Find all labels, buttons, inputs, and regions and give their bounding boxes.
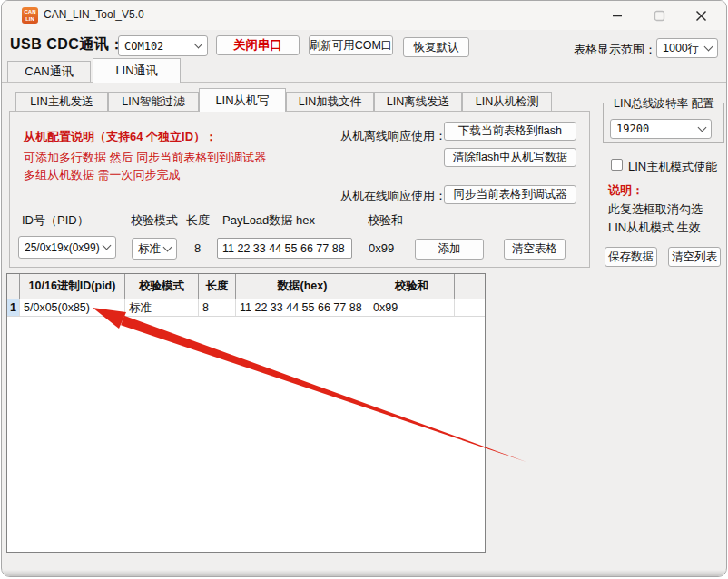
baud-rate-select[interactable]: 19200 <box>610 119 712 139</box>
id-pid-label: ID号（PID） <box>22 212 89 229</box>
com-port-value: COM102 <box>124 40 163 53</box>
tab-lin-slave-detect[interactable]: LIN从机检测 <box>462 92 552 112</box>
table-header-row: 10/16进制ID(pid) 校验模式 长度 数据(hex) 校验和 <box>7 274 485 299</box>
download-table-to-flash-button[interactable]: 下载当前表格到flash <box>444 122 576 141</box>
chevron-down-icon <box>704 42 713 51</box>
minimize-button[interactable] <box>597 1 637 30</box>
check-mode-value: 标准 <box>138 241 161 257</box>
tab-lin-master-send[interactable]: LIN主机发送 <box>15 92 108 112</box>
checksum-label: 校验和 <box>368 212 403 229</box>
usb-cdc-label: USB CDC通讯： <box>10 35 124 54</box>
clear-table-button[interactable]: 清空表格 <box>504 239 566 260</box>
app-icon-text-top: CAN <box>22 8 38 15</box>
tab-lin-load-file[interactable]: LIN加载文件 <box>286 92 374 112</box>
checksum-value: 0x99 <box>369 241 394 255</box>
payload-input[interactable]: 11 22 33 44 55 66 77 88 <box>217 238 352 259</box>
row-number-header <box>7 274 20 299</box>
baud-rate-value: 19200 <box>616 123 649 135</box>
baud-rate-group-title: LIN总线波特率 配置 <box>611 96 716 112</box>
col-header-length: 长度 <box>199 274 236 299</box>
offline-response-label: 从机离线响应使用： <box>340 128 447 144</box>
chevron-down-icon <box>163 242 172 251</box>
id-pid-select[interactable]: 25/0x19x(0x99) <box>18 236 116 259</box>
tab-lin-slave-write[interactable]: LIN从机写 <box>199 88 286 112</box>
payload-label: PayLoad数据 hex <box>222 212 315 229</box>
add-button[interactable]: 添加 <box>415 239 484 260</box>
maximize-icon <box>654 10 665 22</box>
tab-lin-smart-filter[interactable]: LIN智能过滤 <box>108 92 199 112</box>
note-title: 说明： <box>608 182 644 199</box>
maximize-button[interactable] <box>639 1 679 30</box>
col-header-data-hex: 数据(hex) <box>236 274 369 299</box>
tab-lin-comm[interactable]: LIN通讯 <box>93 58 181 83</box>
online-response-label: 从机在线响应使用： <box>340 188 447 204</box>
col-header-check-mode: 校验模式 <box>125 274 199 299</box>
sync-table-to-debugger-button[interactable]: 同步当前表格到调试器 <box>444 185 576 204</box>
row-id-cell: 5/0x05(0x85) <box>20 299 125 316</box>
close-button[interactable] <box>681 1 721 30</box>
close-icon <box>695 10 707 22</box>
col-header-id: 10/16进制ID(pid) <box>20 274 125 299</box>
com-port-select[interactable]: COM102 <box>118 35 208 56</box>
row-mode-cell: 标准 <box>125 299 199 316</box>
note-line1: 此复选框取消勾选 <box>608 201 703 218</box>
row-number-cell: 1 <box>7 299 20 316</box>
clear-flash-slave-data-button[interactable]: 清除flash中从机写数据 <box>444 148 576 167</box>
slave-config-notice-line2: 可添加多行数据 然后 同步当前表格到到调试器 <box>24 150 266 166</box>
tab-lin-offline-send[interactable]: LIN离线发送 <box>374 92 462 112</box>
app-window: CAN LIN CAN_LIN_Tool_V5.0 USB CDC通讯： COM… <box>1 0 727 577</box>
restore-default-button[interactable]: 恢复默认 <box>403 37 469 57</box>
length-label: 长度 <box>186 212 210 229</box>
slave-config-notice-line3: 多组从机数据 需一次同步完成 <box>24 167 181 183</box>
chevron-down-icon <box>698 123 707 132</box>
id-pid-value: 25/0x19x(0x99) <box>25 241 100 254</box>
check-mode-select[interactable]: 标准 <box>132 238 177 260</box>
table-range-value: 1000行 <box>663 41 699 56</box>
row-data-cell: 11 22 33 44 55 66 77 88 <box>236 299 369 316</box>
app-icon: CAN LIN <box>22 7 38 24</box>
lin-master-mode-checkbox[interactable] <box>611 159 623 171</box>
table-row[interactable]: 1 5/0x05(0x85) 标准 8 11 22 33 44 55 66 77… <box>7 299 485 317</box>
slave-config-notice-title: 从机配置说明（支持64 个独立ID）： <box>24 129 217 145</box>
chevron-down-icon <box>103 241 112 250</box>
row-length-cell: 8 <box>199 299 236 316</box>
note-line2: LIN从机模式 生效 <box>608 220 701 236</box>
lin-master-mode-label: LIN主机模式使能 <box>628 159 717 175</box>
chevron-down-icon <box>194 40 203 49</box>
refresh-com-button[interactable]: 刷新可用COM口 <box>309 35 393 55</box>
tab-can-comm[interactable]: CAN通讯 <box>7 61 91 82</box>
table-range-select[interactable]: 1000行 <box>656 38 718 58</box>
minimize-icon <box>612 10 623 21</box>
table-range-label: 表格显示范围： <box>574 42 656 58</box>
slave-write-table: 10/16进制ID(pid) 校验模式 长度 数据(hex) 校验和 1 5/0… <box>6 273 486 553</box>
save-data-button[interactable]: 保存数据 <box>605 247 657 267</box>
clear-list-button[interactable]: 清空列表 <box>668 247 721 267</box>
col-header-checksum: 校验和 <box>369 274 455 299</box>
title-bar: CAN LIN CAN_LIN_Tool_V5.0 <box>2 1 726 30</box>
length-value: 8 <box>194 241 201 255</box>
check-mode-label: 校验模式 <box>131 212 178 229</box>
close-serial-button[interactable]: 关闭串口 <box>216 35 300 55</box>
app-icon-text-bottom: LIN <box>22 15 38 23</box>
window-bottom-edge <box>2 570 726 576</box>
window-title: CAN_LIN_Tool_V5.0 <box>44 8 144 21</box>
row-checksum-cell: 0x99 <box>369 299 455 316</box>
